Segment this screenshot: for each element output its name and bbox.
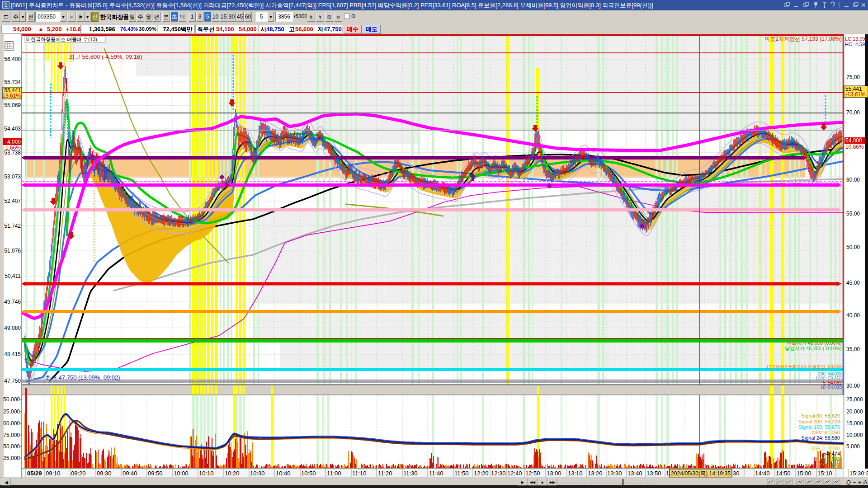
svg-text:51,742: 51,742 — [4, 223, 21, 229]
svg-text:11:40: 11:40 — [429, 470, 443, 477]
svg-text:13:50: 13:50 — [646, 470, 661, 477]
svg-text:09:20: 09:20 — [71, 470, 86, 477]
svg-text:51,076: 51,076 — [4, 248, 21, 254]
svg-text:12:50: 12:50 — [525, 470, 540, 477]
svg-text:피봇2차저항선 57,133 (17.08%): 피봇2차저항선 57,133 (17.08%) — [764, 36, 842, 42]
svg-text:14:50: 14:50 — [776, 470, 791, 477]
svg-text:당일시가 48,750 (-0.10%): 당일시가 48,750 (-0.10%) — [785, 346, 842, 351]
svg-text:49,746: 49,746 — [4, 299, 21, 305]
svg-text:11:10: 11:10 — [352, 470, 367, 477]
svg-text:4,000: 4,000 — [7, 139, 21, 145]
svg-text:-13,61%: -13,61% — [845, 91, 866, 98]
svg-text:20,000: 20,000 — [846, 408, 863, 415]
svg-text:전일종가 48,000 (0.00%): 전일종가 48,000 (0.00%) — [787, 340, 842, 346]
svg-text:11:20: 11:20 — [378, 470, 392, 477]
svg-text:75,000: 75,000 — [3, 432, 20, 438]
svg-text:25,000: 25,000 — [846, 396, 863, 403]
svg-text:35,00: 35,00 — [846, 346, 860, 352]
svg-text:피봇1차저항선 52,387 (8.54%): 피봇1차저항선 52,387 (8.54%) — [774, 182, 842, 187]
svg-text:13:20: 13:20 — [588, 470, 603, 477]
svg-text:5,000: 5,000 — [846, 443, 860, 450]
svg-text:◀◀: ◀◀ — [530, 480, 536, 484]
svg-text:13:00: 13:00 — [547, 470, 561, 477]
svg-text:최저 47,750 (13.09%, 09:02): 최저 47,750 (13.09%, 09:02) — [45, 374, 120, 381]
svg-text:Signal 24: 58,580: Signal 24: 58,580 — [801, 435, 840, 441]
svg-text:47,750: 47,750 — [4, 378, 21, 384]
svg-text:+: + — [858, 479, 862, 486]
svg-text:50,000: 50,000 — [3, 443, 20, 450]
svg-text:■: ■ — [542, 480, 544, 484]
svg-text:48,415: 48,415 — [4, 351, 21, 357]
svg-text:52,407: 52,407 — [4, 198, 21, 204]
svg-text:최고 56,600 (-4.59%, 09:16): 최고 56,600 (-4.59%, 09:16) — [69, 53, 142, 60]
svg-text:10:50: 10:50 — [301, 470, 316, 477]
svg-text:10:30: 10:30 — [250, 470, 265, 477]
svg-text:53,073: 53,073 — [4, 174, 21, 180]
svg-text:25,000: 25,000 — [3, 408, 20, 415]
svg-text:10:10: 10:10 — [199, 470, 214, 477]
svg-text:15:10: 15:10 — [817, 470, 832, 477]
svg-text:27: 1,600: 27: 1,600 — [819, 462, 840, 467]
svg-text:2024/05/30(목) 14:19:35: 2024/05/30(목) 14:19:35 — [671, 470, 731, 477]
svg-text:LC:13,09: LC:13,09 — [845, 36, 865, 42]
svg-text:25,000: 25,000 — [3, 455, 20, 461]
svg-text:30: 30 — [733, 470, 739, 477]
svg-text:05/29: 05/29 — [27, 470, 42, 477]
svg-text:13:40: 13:40 — [627, 470, 642, 477]
svg-text:1,66%: 1,66% — [5, 145, 21, 151]
svg-text:50,00: 50,00 — [846, 244, 860, 250]
svg-text:Signal 60: 58,629: Signal 60: 58,629 — [801, 413, 840, 418]
svg-text:14:40: 14:40 — [755, 470, 770, 477]
svg-text:09:10: 09:10 — [46, 470, 61, 477]
svg-text:◀: ◀ — [5, 480, 8, 485]
svg-text:56,400: 56,400 — [4, 56, 21, 62]
svg-text:Q: Q — [846, 479, 851, 486]
svg-text:49,080: 49,080 — [4, 325, 21, 331]
svg-text:11:30: 11:30 — [403, 470, 418, 477]
svg-text:12:20: 12:20 — [474, 470, 489, 477]
svg-text:30,00: 30,00 — [846, 383, 860, 389]
svg-text:55,734: 55,734 — [4, 79, 21, 85]
svg-text:−: − — [853, 479, 856, 486]
svg-text:15:30:2: 15:30:2 — [849, 470, 868, 477]
svg-text:▶▶: ▶▶ — [550, 480, 556, 484]
svg-text:11:00: 11:00 — [327, 470, 341, 477]
svg-text:13,61%: 13,61% — [2, 93, 21, 99]
svg-text:13:30: 13:30 — [607, 470, 622, 477]
svg-text:54,000: 54,000 — [845, 137, 862, 144]
svg-text:Signal 100: 58,223: Signal 100: 58,223 — [798, 419, 840, 424]
svg-text:09:40: 09:40 — [123, 470, 137, 477]
svg-text:50,000: 50,000 — [3, 396, 20, 403]
svg-text:13: 1,509: 13: 1,509 — [819, 456, 840, 462]
svg-text:09:30: 09:30 — [97, 470, 112, 477]
svg-text:11:50: 11:50 — [454, 470, 469, 477]
svg-text:60,00: 60,00 — [846, 177, 860, 183]
svg-text:HC:-4,59: HC:-4,59 — [845, 42, 865, 47]
svg-text:40,00: 40,00 — [846, 312, 860, 319]
svg-text:(고가+저가+종가)/3 제경준선: 53,859: (고가+저가+종가)/3 제경준선: 53,859 — [767, 364, 842, 369]
svg-text:10:20: 10:20 — [225, 470, 240, 477]
svg-text:10,000: 10,000 — [846, 432, 863, 438]
svg-text:▶: ▶ — [521, 480, 524, 484]
svg-text:54,403: 54,403 — [4, 126, 21, 132]
svg-text:Signal 150: 58,876: Signal 150: 58,876 — [798, 424, 840, 430]
svg-text:70,00: 70,00 — [846, 109, 860, 116]
svg-text:50,411: 50,411 — [5, 273, 21, 279]
svg-text:12:40: 12:40 — [507, 470, 522, 477]
svg-text:단순 3: 4,498: 단순 3: 4,498 — [811, 446, 840, 451]
svg-text:55,069: 55,069 — [4, 102, 21, 108]
svg-text:13:10: 13:10 — [568, 470, 583, 477]
svg-text:75,00: 75,00 — [846, 74, 860, 80]
svg-text:09:50: 09:50 — [148, 470, 163, 477]
svg-text:10,66%: 10,66% — [845, 144, 864, 150]
svg-text:55,00: 55,00 — [846, 211, 860, 217]
svg-text:10:00: 10:00 — [174, 470, 189, 477]
svg-text:54: 474: 54: 474 — [823, 451, 840, 456]
svg-text:00,000: 00,000 — [3, 420, 20, 427]
svg-text:15,000: 15,000 — [846, 420, 863, 427]
svg-text:OBV: 61,050: OBV: 61,050 — [811, 430, 840, 435]
svg-text:15:00: 15:00 — [797, 470, 811, 477]
svg-text:12:30: 12:30 — [491, 470, 506, 477]
svg-text:10: 54,028: 10: 54,028 — [821, 385, 842, 390]
svg-text:한국화장품제조 매물대 수(13): 한국화장품제조 매물대 수(13) — [31, 37, 97, 42]
